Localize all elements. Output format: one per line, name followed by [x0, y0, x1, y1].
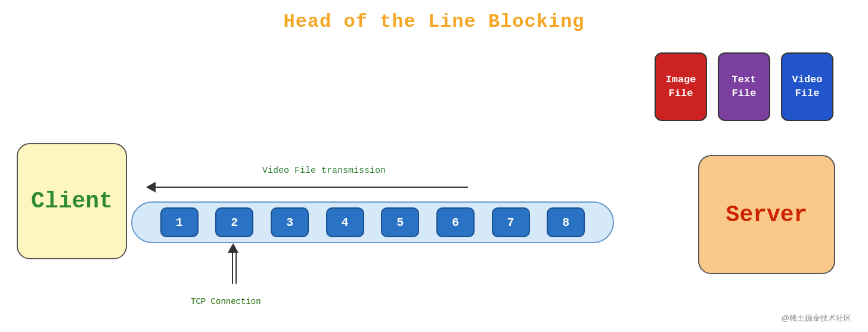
- tcp-arrow-container: [228, 243, 238, 284]
- queue-item: 7: [492, 207, 530, 237]
- queue-item: 8: [547, 207, 585, 237]
- tcp-arrow-shaft: [232, 253, 233, 284]
- watermark: @稀土掘金技术社区: [782, 313, 851, 324]
- server-label: Server: [726, 202, 808, 228]
- page: Head of the Line Blocking Client Server …: [0, 0, 868, 332]
- tcp-connection-label: TCP Connection: [191, 297, 261, 306]
- page-title: Head of the Line Blocking: [283, 11, 584, 33]
- arrow-head-left: [146, 182, 156, 193]
- tcp-arrow-up: [228, 243, 238, 284]
- image-file-card: ImageFile: [655, 52, 707, 121]
- queue-item: 1: [160, 207, 199, 237]
- queue-item: 5: [381, 207, 419, 237]
- client-box: Client: [17, 143, 127, 259]
- files-container: ImageFile TextFile VideoFile: [655, 52, 833, 121]
- text-file-card: TextFile: [718, 52, 770, 121]
- queue-item: 4: [326, 207, 364, 237]
- queue-item: 6: [436, 207, 475, 237]
- queue-item: 3: [271, 207, 309, 237]
- transmission-arrow: [146, 182, 468, 193]
- video-file-card: VideoFile: [781, 52, 833, 121]
- client-label: Client: [31, 188, 113, 214]
- arrow-line: [156, 187, 468, 188]
- queue-container: 12345678: [131, 201, 614, 243]
- tcp-arrowhead-up: [228, 243, 238, 253]
- transmission-label: Video File transmission: [262, 166, 386, 176]
- server-box: Server: [698, 155, 835, 274]
- queue-item: 2: [215, 207, 253, 237]
